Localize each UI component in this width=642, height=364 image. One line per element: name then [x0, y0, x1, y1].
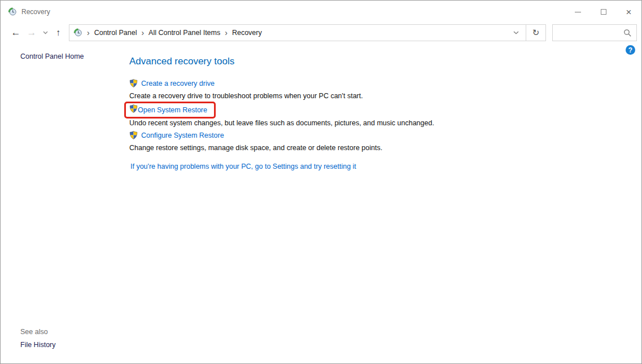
breadcrumb-item-recovery[interactable]: Recovery — [232, 29, 262, 37]
breadcrumb-item-all-control-panel-items[interactable]: All Control Panel Items — [149, 29, 220, 37]
tool-description: Change restore settings, manage disk spa… — [129, 144, 382, 152]
chevron-down-icon — [43, 31, 48, 34]
up-button[interactable]: ↑ — [51, 24, 65, 41]
question-mark-icon: ? — [628, 46, 632, 54]
page-title: Advanced recovery tools — [129, 56, 234, 67]
create-recovery-drive-link[interactable]: Create a recovery drive — [141, 80, 215, 87]
tool-link-row: Configure System Restore — [129, 131, 224, 139]
back-icon: ← — [11, 27, 21, 38]
help-button[interactable]: ? — [626, 45, 635, 55]
address-dropdown-button[interactable] — [509, 25, 523, 41]
tool-configure-system-restore: Configure System Restore Change restore … — [129, 131, 382, 152]
tool-description: Undo recent system changes, but leave fi… — [129, 119, 434, 127]
tool-open-system-restore: Open System Restore Undo recent system c… — [129, 102, 434, 127]
search-input[interactable] — [557, 29, 623, 37]
window-title: Recovery — [21, 8, 50, 16]
refresh-icon: ↻ — [532, 28, 540, 38]
see-also-heading: See also — [20, 328, 48, 336]
recovery-app-icon — [8, 7, 17, 16]
tool-description: Create a recovery drive to troubleshoot … — [129, 92, 363, 100]
breadcrumb-item-control-panel[interactable]: Control Panel — [94, 29, 137, 37]
breadcrumb-recovery-icon — [73, 28, 82, 37]
uac-shield-icon — [129, 79, 138, 87]
maximize-button[interactable] — [591, 1, 616, 23]
recovery-window: Recovery × ← → ↑ › Control — [0, 0, 642, 364]
open-system-restore-link[interactable]: Open System Restore — [138, 106, 207, 114]
back-button[interactable]: ← — [8, 24, 24, 41]
chevron-right-icon: › — [137, 29, 149, 37]
tool-create-recovery-drive: Create a recovery drive Create a recover… — [129, 79, 363, 100]
forward-icon: → — [27, 27, 37, 38]
maximize-icon — [601, 9, 606, 15]
configure-system-restore-link[interactable]: Configure System Restore — [141, 131, 224, 139]
chevron-down-icon — [513, 31, 519, 34]
search-icon — [623, 29, 632, 37]
minimize-icon — [575, 12, 581, 12]
chevron-right-icon: › — [82, 29, 94, 37]
minimize-button[interactable] — [565, 1, 591, 23]
search-box — [552, 24, 637, 41]
tool-link-row: Create a recovery drive — [129, 79, 215, 87]
address-bar[interactable]: › Control Panel › All Control Panel Item… — [69, 24, 526, 41]
refresh-button[interactable]: ↻ — [526, 24, 546, 41]
recent-pages-dropdown-button[interactable] — [40, 24, 51, 41]
up-icon: ↑ — [56, 28, 60, 38]
highlight-annotation: Open System Restore — [124, 102, 216, 119]
sidebar-item-file-history[interactable]: File History — [20, 341, 56, 349]
navigation-bar: ← → ↑ › Control Panel › All Control Pane… — [1, 23, 641, 42]
uac-shield-icon — [129, 131, 138, 139]
window-controls: × — [565, 1, 641, 23]
close-button[interactable]: × — [616, 1, 641, 23]
title-bar: Recovery × — [1, 1, 641, 23]
forward-button[interactable]: → — [24, 24, 40, 41]
settings-reset-link[interactable]: If you're having problems with your PC, … — [130, 163, 356, 170]
close-icon: × — [626, 7, 632, 17]
sidebar-item-control-panel-home[interactable]: Control Panel Home — [20, 52, 84, 60]
chevron-right-icon: › — [220, 29, 232, 37]
uac-shield-icon — [129, 104, 138, 115]
